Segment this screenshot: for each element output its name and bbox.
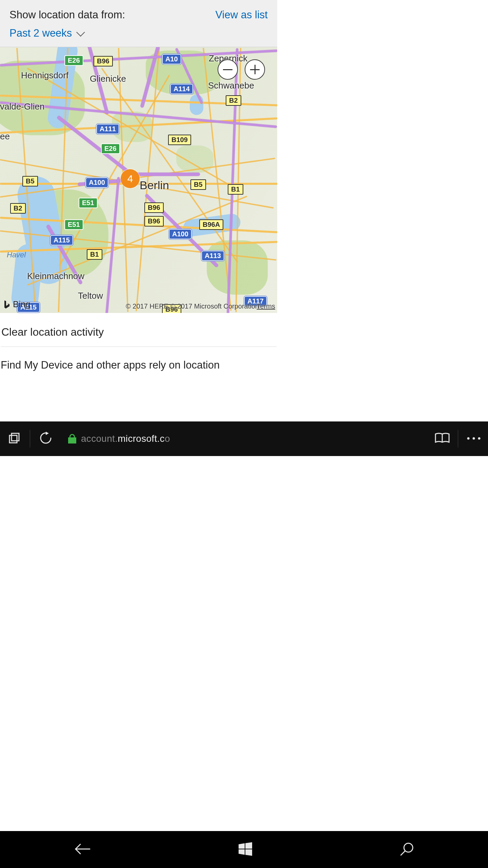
plus-icon-v [255,65,256,74]
shield-a100: A100 [85,177,108,188]
shield-b96a: B96A [199,219,223,230]
shield-a114: A114 [170,84,193,94]
svg-rect-0 [9,435,17,443]
clear-location-activity-link[interactable]: Clear location activity [1,326,277,338]
zoom-out-button[interactable] [218,59,238,80]
shield-b96-3: B96 [144,216,164,226]
location-map[interactable]: Hennigsdorf Glienicke Zepernick Schwaneb… [0,47,277,313]
shield-e51: E51 [79,198,98,208]
map-attribution: © 2017 HERE,© 2017 Microsoft Corporation [126,302,259,310]
shield-b109: B109 [168,135,191,145]
url-text: account.microsoft.co [81,433,170,444]
zoom-in-button[interactable] [245,59,265,80]
filter-top-row: Show location data from: View as list [9,9,268,21]
tabs-icon[interactable] [7,431,21,446]
shield-e26: E26 [64,55,83,66]
chevron-down-icon [76,28,85,36]
shield-b5-2: B5 [190,179,206,190]
svg-rect-1 [12,433,19,441]
shield-a113: A113 [201,251,224,261]
clear-location-section: Clear location activity [1,313,277,347]
map-label-havel: Havel [7,251,26,259]
shield-b96-2: B96 [144,202,164,213]
shield-b1-2: B1 [87,249,102,260]
browser-address-bar: account.microsoft.co [0,421,277,456]
time-range-dropdown[interactable]: Past 2 weeks [9,27,268,39]
bing-label: Bing [13,299,30,310]
shield-b2-w: B2 [10,203,26,214]
shield-b2: B2 [226,95,241,106]
shield-e51-2: E51 [64,219,83,230]
filter-panel: Show location data from: View as list Pa… [0,0,277,47]
reload-icon[interactable] [39,431,53,447]
shield-e26-2: E26 [101,143,120,154]
show-location-label: Show location data from: [9,9,125,21]
location-cluster-marker[interactable]: 4 [121,169,140,188]
map-terms-link[interactable]: Terms [257,302,275,310]
map-label-ee: ee [0,131,10,142]
lock-icon [68,434,76,443]
view-as-list-link[interactable]: View as list [216,9,268,21]
map-label-berlin: Berlin [140,179,169,192]
shield-b96: B96 [94,56,113,66]
location-dependency-info: Find My Device and other apps rely on lo… [0,347,277,374]
shield-b5: B5 [22,176,38,186]
shield-b1: B1 [228,184,243,195]
url-field[interactable]: account.microsoft.co [60,433,277,444]
map-label-hennigsdorf: Hennigsdorf [21,70,68,81]
shield-a100-2: A100 [169,229,192,239]
bing-icon [3,300,10,309]
shield-a115: A115 [50,235,73,245]
shield-a10: A10 [162,54,181,64]
time-range-label: Past 2 weeks [9,27,72,39]
map-label-schwanebeck: Schwanebe [208,80,254,91]
map-label-glienicke: Glienicke [90,74,126,84]
bing-logo: Bing [3,299,30,310]
map-label-valde-glien: valde-Glien [0,101,45,112]
shield-a111: A111 [96,124,119,134]
minus-icon [223,69,232,70]
map-label-teltow: Teltow [78,291,103,301]
map-label-kleinmachnow: Kleinmachnow [27,271,84,281]
